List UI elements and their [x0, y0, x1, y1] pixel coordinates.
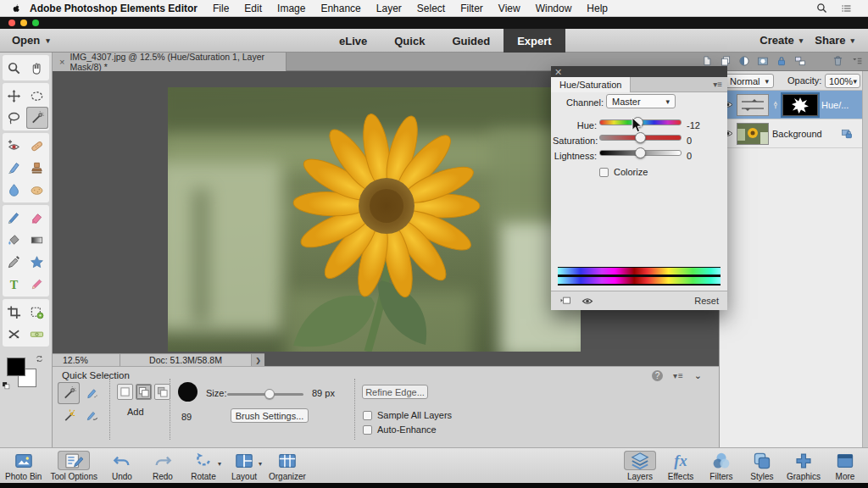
saturation-slider[interactable]	[599, 135, 682, 141]
taskbar-more[interactable]: More	[829, 448, 861, 484]
refine-brush-icon-option[interactable]	[81, 404, 103, 426]
minimize-window-button[interactable]	[20, 19, 27, 26]
saturation-slider-knob[interactable]	[635, 132, 646, 143]
menu-image[interactable]: Image	[277, 3, 305, 14]
menu-enhance[interactable]: Enhance	[320, 3, 360, 14]
add-selection-mode-button[interactable]	[136, 384, 152, 400]
layer-row-background[interactable]: Background	[720, 119, 863, 148]
create-button[interactable]: Create ▾	[760, 34, 803, 47]
search-icon[interactable]	[816, 3, 827, 14]
zoom-level[interactable]: 12.5%	[53, 354, 120, 366]
swap-colors-icon[interactable]	[35, 354, 44, 363]
sponge-tool[interactable]	[26, 179, 48, 201]
menu-layer[interactable]: Layer	[376, 3, 402, 14]
preview-eye-icon[interactable]	[581, 297, 593, 306]
taskbar-organizer[interactable]: Organizer	[269, 448, 306, 484]
maximize-window-button[interactable]	[32, 19, 39, 26]
new-layer-icon[interactable]	[701, 55, 713, 67]
brush-settings-button[interactable]: Brush Settings...	[231, 408, 309, 423]
size-slider[interactable]	[227, 393, 303, 396]
straighten-tool[interactable]	[26, 323, 48, 345]
taskbar-rotate[interactable]: ▾Rotate	[187, 448, 220, 484]
copy-layer-icon[interactable]	[720, 55, 732, 67]
dialog-tab[interactable]: Hue/Saturation	[551, 77, 631, 92]
magic-wand-icon-option[interactable]	[58, 404, 80, 426]
menu-help[interactable]: Help	[587, 3, 608, 14]
lasso-tool[interactable]	[3, 107, 25, 129]
share-button[interactable]: Share ▾	[815, 34, 854, 47]
mode-tab-elive[interactable]: eLive	[326, 29, 381, 53]
new-selection-mode-button[interactable]	[117, 384, 133, 400]
subtract-selection-mode-button[interactable]	[154, 384, 170, 400]
apple-icon[interactable]	[10, 3, 21, 14]
status-expand-button[interactable]: ❯	[251, 354, 264, 366]
adjustment-layer-icon[interactable]	[738, 55, 750, 67]
taskbar-layers[interactable]: Layers	[624, 448, 656, 484]
gradient-tool[interactable]	[26, 229, 48, 251]
content-move-tool[interactable]	[3, 323, 25, 345]
smart-brush-tool[interactable]	[3, 157, 25, 179]
system-menu-icon[interactable]	[841, 3, 853, 14]
background-layer-thumbnail[interactable]	[737, 123, 769, 145]
link-layers-icon[interactable]	[794, 55, 806, 67]
close-dialog-icon[interactable]: ✕	[554, 68, 562, 76]
panel-scroll-edge[interactable]	[862, 71, 868, 447]
checkbox-box[interactable]	[363, 425, 372, 435]
layer-mask-icon[interactable]	[757, 55, 769, 67]
size-slider-knob[interactable]	[264, 389, 275, 399]
eyedropper-tool[interactable]	[3, 251, 25, 273]
mode-tab-quick[interactable]: Quick	[381, 29, 438, 53]
refine-edge-button[interactable]: Refine Edge...	[362, 385, 428, 399]
foreground-color-swatch[interactable]	[7, 358, 25, 376]
taskbar-filters[interactable]: Filters	[705, 448, 737, 484]
menu-window[interactable]: Window	[536, 3, 572, 14]
opacity-select[interactable]: 100% ▾	[825, 74, 860, 88]
marquee-tool[interactable]	[26, 85, 48, 107]
sample-all-layers-checkbox[interactable]: Sample All Layers	[363, 410, 452, 420]
hue-slider-knob[interactable]	[632, 117, 643, 128]
colorize-checkbox[interactable]: Colorize	[599, 167, 648, 177]
taskbar-layout[interactable]: ▾Layout	[228, 448, 260, 484]
taskbar-tool-options[interactable]: Tool Options	[50, 448, 97, 484]
taskbar-styles[interactable]: Styles	[746, 448, 778, 484]
layer-row-adjustment[interactable]: Hue/...	[720, 91, 863, 119]
checkbox-box[interactable]	[363, 411, 372, 420]
taskbar-effects[interactable]: fxEffects	[665, 448, 697, 484]
crop-tool[interactable]	[3, 301, 25, 323]
panel-menu-icon[interactable]: ▾≡	[713, 80, 722, 89]
selection-brush-icon-option[interactable]	[81, 382, 103, 404]
recompose-tool[interactable]	[26, 301, 48, 323]
auto-enhance-checkbox[interactable]: Auto-Enhance	[363, 424, 437, 435]
panel-menu-icon[interactable]	[851, 55, 863, 67]
shape-tool[interactable]	[26, 251, 48, 273]
menu-file[interactable]: File	[213, 3, 229, 14]
trash-icon[interactable]	[832, 54, 844, 67]
dialog-title-bar[interactable]: ✕	[551, 66, 727, 77]
paint-bucket-tool[interactable]	[3, 229, 25, 251]
taskbar-redo[interactable]: Redo	[147, 448, 179, 484]
menu-view[interactable]: View	[498, 3, 520, 14]
menu-filter[interactable]: Filter	[460, 3, 483, 14]
close-document-icon[interactable]: ×	[59, 57, 64, 67]
reset-button[interactable]: Reset	[694, 296, 719, 306]
eraser-tool[interactable]	[26, 207, 48, 229]
close-window-button[interactable]	[8, 19, 15, 26]
lightness-slider[interactable]	[599, 150, 682, 156]
locked-layer-icon[interactable]	[841, 128, 853, 140]
quick-selection-tool[interactable]	[26, 107, 48, 129]
layer-mask-thumbnail[interactable]	[782, 94, 818, 116]
clip-to-layer-icon[interactable]	[559, 296, 571, 306]
lightness-slider-knob[interactable]	[635, 147, 646, 158]
sunflower-photo[interactable]	[168, 87, 581, 352]
hue-slider[interactable]	[599, 119, 682, 125]
taskbar-graphics[interactable]: Graphics	[787, 448, 821, 484]
menu-select[interactable]: Select	[417, 3, 445, 14]
move-tool[interactable]	[3, 85, 25, 107]
pencil-tool[interactable]	[26, 273, 48, 295]
default-colors-icon[interactable]	[2, 381, 10, 390]
hand-tool[interactable]	[26, 57, 48, 79]
lock-icon[interactable]	[776, 55, 787, 67]
menu-edit[interactable]: Edit	[244, 3, 262, 14]
open-button[interactable]: Open ▾	[0, 29, 62, 52]
panel-menu-icon[interactable]: ▾≡	[673, 371, 684, 380]
